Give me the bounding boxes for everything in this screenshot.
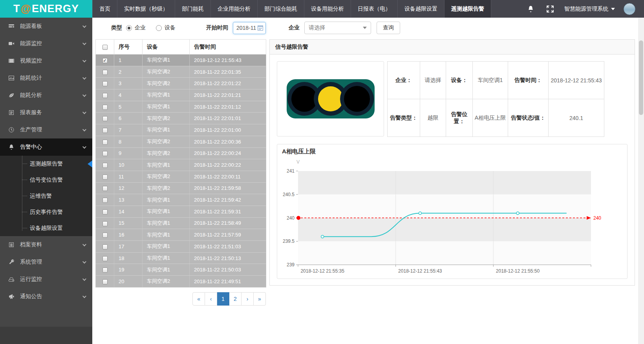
row-checkbox[interactable] [102, 151, 108, 156]
cell-no: 2 [114, 66, 143, 78]
row-checkbox[interactable] [102, 175, 108, 180]
table-row: 1车间空调12018-12-12 21:55:43 [96, 55, 266, 66]
calendar-icon[interactable] [258, 25, 263, 31]
cell-device: 车间空调2 [143, 147, 190, 159]
detail-value: 2018-12-12 21:55:43 [549, 62, 604, 99]
system-title-dropdown[interactable]: 智慧能源管理系统 [564, 5, 615, 13]
row-checkbox[interactable] [102, 209, 108, 215]
main-content: 类型 企业 设备 开始时间 2018-11 企业 请选择 查询 序号 设备 告警… [92, 18, 638, 344]
nav-item-device-limit-settings[interactable]: 设备越限设置 [398, 0, 445, 18]
start-time-value: 2018-11 [236, 25, 256, 31]
row-checkbox[interactable] [102, 128, 108, 133]
cell-device: 车间空调1 [143, 124, 190, 136]
page-button-last[interactable]: » [254, 292, 266, 306]
vertical-scrollbar[interactable] [638, 18, 644, 344]
row-checkbox[interactable] [102, 105, 108, 110]
row-checkbox[interactable] [102, 256, 108, 261]
user-avatar[interactable] [624, 3, 635, 15]
hdd-icon [8, 276, 15, 283]
nav-item-telemetry-overlimit-alarm[interactable]: 遥测越限告警 [445, 0, 491, 18]
sidebar-item-notice[interactable]: 通知公告 [0, 288, 92, 305]
sidebar-menu: 能源看板能源监控视频监控能耗统计能耗分析报表服务生产管理告警中心遥测越限告警信号… [0, 18, 92, 305]
row-checkbox[interactable] [102, 186, 108, 191]
sidebar-item-energy-dashboard[interactable]: 能源看板 [0, 18, 92, 35]
lamp-off-right [344, 86, 370, 112]
page-button-1[interactable]: 1 [217, 292, 229, 306]
table-row: 16车间空调12018-11-22 21:57:59 [96, 229, 266, 241]
query-button[interactable]: 查询 [377, 22, 400, 34]
row-checkbox[interactable] [102, 140, 108, 145]
sidebar-subitem-device-limit-settings[interactable]: 设备越限设置 [0, 220, 92, 236]
svg-text:240.5: 240.5 [283, 192, 295, 197]
table-row: 5车间空调12018-11-22 22:01:12 [96, 101, 266, 113]
cell-time: 2018-11-22 21:50:13 [190, 252, 266, 264]
sidebar-item-energy-analysis[interactable]: 能耗分析 [0, 87, 92, 104]
cell-no: 19 [114, 264, 143, 276]
cell-time: 2018-11-22 22:00:24 [190, 147, 266, 159]
chevron-down-icon [82, 127, 86, 131]
page-button-next[interactable]: › [242, 292, 254, 306]
sidebar-item-system-mgmt[interactable]: 系统管理 [0, 253, 92, 271]
sidebar-item-energy-monitor[interactable]: 能源监控 [0, 35, 92, 52]
row-checkbox[interactable] [102, 70, 108, 75]
page-button-first[interactable]: « [192, 292, 205, 306]
nav-item-device-analysis[interactable]: 设备用能分析 [304, 0, 351, 18]
filter-bar: 类型 企业 设备 开始时间 2018-11 企业 请选择 查询 [92, 18, 638, 38]
sidebar-item-label: 能耗统计 [20, 75, 42, 82]
cell-no: 14 [114, 206, 143, 217]
select-all-checkbox[interactable] [102, 45, 108, 50]
row-checkbox[interactable] [102, 268, 108, 273]
row-checkbox[interactable] [102, 198, 108, 203]
nav-item-realtime-data[interactable]: 实时数据（秒级） [117, 0, 175, 18]
row-checkbox[interactable] [102, 93, 108, 98]
sidebar-subitem-telemetry-overlimit-alarm[interactable]: 遥测越限告警 [0, 156, 92, 172]
sidebar-item-run-monitor[interactable]: 运行监控 [0, 271, 92, 288]
sidebar-subitem-history-event-alarm[interactable]: 历史事件告警 [0, 204, 92, 220]
sidebar-subitem-ops-alarm[interactable]: 运维告警 [0, 188, 92, 204]
row-checkbox[interactable] [102, 244, 108, 249]
cell-time: 2018-11-22 22:01:22 [190, 78, 266, 89]
enterprise-select-value: 请选择 [309, 24, 325, 31]
sidebar-item-energy-stats[interactable]: 能耗统计 [0, 69, 92, 87]
nav-item-enterprise-analysis[interactable]: 企业用能分析 [211, 0, 258, 18]
folder-icon [8, 242, 15, 248]
sidebar-item-archives[interactable]: 档案资料 [0, 236, 92, 253]
sidebar-subitem-signal-change-alarm[interactable]: 信号变位告警 [0, 172, 92, 188]
nav-item-daily-report-electric[interactable]: 日报表（电） [351, 0, 398, 18]
sidebar-item-video-monitor[interactable]: 视频监控 [0, 52, 92, 69]
row-checkbox[interactable] [102, 81, 108, 86]
scrollbar-thumb[interactable] [639, 40, 643, 115]
traffic-light-graphic [286, 77, 375, 121]
start-time-input[interactable]: 2018-11 [233, 22, 266, 34]
cell-time: 2018-11-22 22:00:22 [190, 159, 266, 171]
chevron-down-icon [82, 110, 86, 114]
notification-bell-icon[interactable] [527, 5, 534, 13]
row-checkbox[interactable] [102, 116, 108, 121]
row-checkbox[interactable] [102, 279, 108, 284]
cell-device: 车间空调1 [143, 159, 190, 171]
enterprise-select[interactable]: 请选择 [304, 22, 371, 34]
nav-item-dept-comprehensive[interactable]: 部门综合能耗 [258, 0, 304, 18]
sidebar: 能源看板能源监控视频监控能耗统计能耗分析报表服务生产管理告警中心遥测越限告警信号… [0, 18, 92, 344]
nav-item-home[interactable]: 首页 [92, 0, 117, 18]
cell-no: 8 [114, 136, 143, 147]
row-checkbox[interactable] [102, 233, 108, 238]
row-checkbox[interactable] [102, 163, 108, 168]
page-button-2[interactable]: 2 [229, 292, 242, 306]
row-checkbox[interactable] [102, 221, 108, 226]
bell-icon [8, 144, 15, 151]
row-checkbox[interactable] [102, 58, 108, 63]
alarm-detail-table: 企业：请选择设备：车间空调1告警时间：2018-12-12 21:55:43告警… [387, 61, 604, 137]
page-button-prev[interactable]: ‹ [205, 292, 217, 306]
nav-item-dept-energy[interactable]: 部门能耗 [175, 0, 211, 18]
logo-text: T [13, 3, 20, 15]
chevron-down-icon [82, 76, 86, 80]
sidebar-item-alarm-center[interactable]: 告警中心 [0, 138, 92, 156]
fullscreen-icon[interactable] [546, 5, 554, 13]
cell-device: 车间空调1 [143, 101, 190, 113]
sidebar-item-production-mgmt[interactable]: 生产管理 [0, 121, 92, 138]
cell-no: 1 [114, 55, 143, 66]
radio-device[interactable] [156, 25, 162, 31]
sidebar-item-report-service[interactable]: 报表服务 [0, 104, 92, 121]
radio-enterprise[interactable] [126, 25, 132, 31]
